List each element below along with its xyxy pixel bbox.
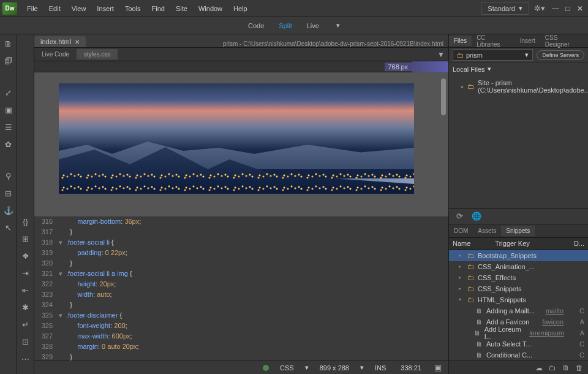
sync-settings-icon[interactable]: ✲▾ — [534, 3, 545, 14]
local-files-header[interactable]: Local Files▾ — [449, 63, 588, 75]
snippet-folder[interactable]: ▸🗀CSS_Animation_... — [449, 261, 588, 272]
code-line[interactable]: 325▾.footer-disclaimer { — [34, 310, 448, 321]
menu-site[interactable]: Site — [171, 2, 192, 15]
chevron-down-icon[interactable]: ▾ — [329, 19, 347, 32]
expand-icon[interactable]: ⤢ — [3, 87, 14, 98]
define-servers-button[interactable]: Define Servers — [537, 50, 584, 60]
maximize-button[interactable]: □ — [562, 4, 573, 13]
cloud-icon[interactable]: ☁ — [535, 364, 543, 372]
preview-icon[interactable]: ▣ — [3, 104, 14, 115]
wand-icon[interactable]: ⚲ — [3, 170, 14, 181]
status-dims[interactable]: 899 x 288 — [316, 363, 353, 373]
fold-icon[interactable] — [59, 289, 66, 300]
menu-file[interactable]: File — [22, 2, 43, 15]
expand-icon[interactable]: ▸ — [459, 275, 464, 280]
inspect-icon[interactable]: ☰ — [3, 121, 14, 132]
workspace-selector[interactable]: Standard ▾ — [481, 2, 529, 15]
tab-css-designer[interactable]: CSS Designer — [540, 32, 588, 50]
code-line[interactable]: 328 margin: 0 auto 20px; — [34, 342, 448, 352]
menu-help[interactable]: Help — [228, 2, 252, 15]
snippet-item[interactable]: 🗎Auto Select T...C — [449, 338, 588, 349]
view-code[interactable]: Code — [241, 20, 271, 32]
expand-icon[interactable]: ▸ — [459, 264, 464, 269]
fold-icon[interactable] — [59, 300, 66, 310]
snippet-icon[interactable]: ❖ — [20, 250, 31, 261]
fold-icon[interactable] — [59, 352, 66, 361]
file-manage-icon[interactable]: 🗐 — [3, 55, 14, 66]
tab-cc-libraries[interactable]: CC Libraries — [472, 32, 515, 50]
expand-icon[interactable]: ▸ — [461, 84, 464, 90]
collapse-icon[interactable]: ▾ — [459, 297, 464, 302]
snippet-item[interactable]: 🗎Adding a Mailt...mailtoC — [449, 305, 588, 316]
globe-icon[interactable]: 🌐 — [471, 211, 482, 222]
more-icon[interactable]: ⋯ — [20, 353, 31, 364]
fold-icon[interactable] — [59, 227, 66, 237]
fold-icon[interactable]: ▾ — [59, 269, 66, 279]
code-line[interactable]: 318▾.footer-social li { — [34, 237, 448, 248]
chevron-down-icon[interactable]: ▾ — [305, 364, 309, 372]
menu-insert[interactable]: Insert — [92, 2, 119, 15]
fold-icon[interactable] — [59, 248, 66, 258]
fold-icon[interactable] — [59, 321, 66, 331]
live-preview[interactable] — [34, 72, 448, 216]
indent-icon[interactable]: ⇥ — [20, 267, 31, 278]
status-lang[interactable]: CSS — [276, 363, 298, 373]
col-name[interactable]: Name — [453, 240, 470, 247]
fold-icon[interactable]: ▾ — [59, 237, 66, 248]
new-snippet-icon[interactable]: 🗎 — [562, 364, 570, 372]
code-nav-icon[interactable]: {} — [20, 216, 31, 227]
format-icon[interactable]: ✱ — [20, 302, 31, 313]
menu-edit[interactable]: Edit — [44, 2, 66, 15]
link-icon[interactable]: ⚓ — [3, 205, 14, 216]
tab-files[interactable]: Files — [449, 36, 472, 46]
menu-tools[interactable]: Tools — [120, 2, 146, 15]
fold-icon[interactable] — [59, 279, 66, 289]
fold-icon[interactable] — [59, 342, 66, 352]
code-line[interactable]: 327 max-width: 600px; — [34, 331, 448, 342]
close-icon[interactable]: ✕ — [75, 39, 80, 45]
code-line[interactable]: 317 } — [34, 227, 448, 237]
tab-assets[interactable]: Assets — [473, 226, 501, 236]
subtab-livecode[interactable]: Live Code — [34, 49, 77, 59]
fold-icon[interactable] — [59, 258, 66, 269]
expand-icon[interactable]: ▸ — [459, 253, 464, 258]
menu-window[interactable]: Window — [194, 2, 227, 15]
col-d[interactable]: D... — [574, 240, 584, 247]
snippet-folder[interactable]: ▸🗀CSS_Snippets — [449, 283, 588, 294]
db-icon[interactable]: ⊞ — [20, 233, 31, 244]
file-icon[interactable]: 🗎 — [3, 38, 14, 49]
code-line[interactable]: 322 height: 20px; — [34, 279, 448, 289]
menu-find[interactable]: Find — [147, 2, 170, 15]
fold-icon[interactable] — [59, 216, 66, 227]
snippet-folder[interactable]: ▾🗀HTML_Snippets — [449, 294, 588, 305]
code-line[interactable]: 326 font-weight: 200; — [34, 321, 448, 331]
view-split[interactable]: Split — [271, 20, 299, 32]
pointer-icon[interactable]: ↖ — [3, 222, 14, 233]
status-mode[interactable]: INS — [371, 363, 390, 373]
minimize-button[interactable]: — — [550, 4, 561, 13]
fold-icon[interactable] — [59, 331, 66, 342]
options-icon[interactable]: ✿ — [3, 139, 14, 150]
filter-icon[interactable]: ▼ — [437, 50, 445, 59]
code-line[interactable]: 324 } — [34, 300, 448, 310]
snippet-folder[interactable]: ▸🗀Bootstrap_Snippets — [449, 250, 588, 261]
tag-icon[interactable]: ⊡ — [20, 336, 31, 347]
device-icon[interactable]: ▣ — [432, 362, 443, 373]
close-button[interactable]: ✕ — [575, 4, 586, 13]
outdent-icon[interactable]: ⇤ — [20, 284, 31, 296]
tab-insert[interactable]: Insert — [515, 36, 540, 46]
new-folder-icon[interactable]: 🗀 — [549, 364, 556, 372]
menu-view[interactable]: View — [67, 2, 91, 15]
comment-icon[interactable]: ⊟ — [3, 188, 14, 199]
ruler-handle[interactable] — [412, 61, 448, 72]
code-editor[interactable]: 316 margin-bottom: 36px;317 }318▾.footer… — [34, 216, 448, 361]
expand-icon[interactable]: ▸ — [459, 286, 464, 291]
subtab-styles[interactable]: styles.css — [77, 49, 118, 59]
chevron-down-icon[interactable]: ▾ — [360, 364, 364, 372]
refresh-icon[interactable]: ⟳ — [454, 211, 465, 222]
code-line[interactable]: 319 padding: 0 22px; — [34, 248, 448, 258]
view-live[interactable]: Live — [300, 20, 326, 32]
code-line[interactable]: 323 width: auto; — [34, 289, 448, 300]
file-tab-index[interactable]: index.html ✕ — [34, 36, 86, 47]
scrollbar[interactable] — [441, 78, 446, 115]
